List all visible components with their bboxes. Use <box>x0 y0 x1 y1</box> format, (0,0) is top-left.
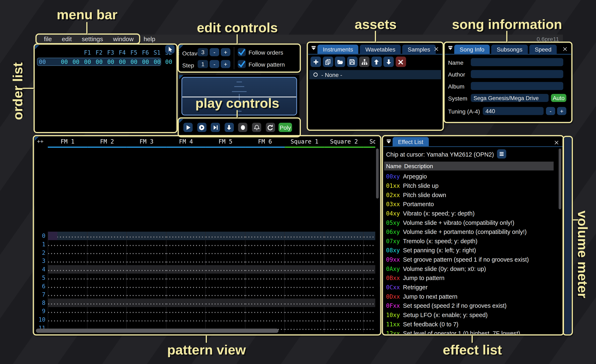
effect-row[interactable]: 01xx Pitch slide up <box>386 181 555 190</box>
poly-button[interactable]: Poly <box>279 123 292 132</box>
effect-list-tab[interactable]: Effect List <box>393 137 429 146</box>
album-field[interactable] <box>471 82 563 90</box>
author-field[interactable] <box>471 70 563 78</box>
delete-x-icon[interactable] <box>395 57 406 67</box>
pattern-channel-header[interactable]: FM 1 <box>48 137 87 148</box>
order-cell[interactable]: 00 <box>61 58 68 65</box>
close-icon[interactable] <box>562 46 568 52</box>
effect-row[interactable]: 10xy Setup LFO (x: enable; y: speed) <box>386 310 555 320</box>
follow-orders-checkbox[interactable] <box>238 48 246 56</box>
order-cell[interactable]: 00 <box>154 58 161 65</box>
open-folder-icon[interactable] <box>335 57 345 67</box>
save-icon[interactable] <box>347 57 357 67</box>
pattern-row[interactable]: 4 <box>35 265 375 274</box>
pattern-channel-header[interactable]: FM 5 <box>206 137 245 148</box>
menu-item[interactable]: window <box>108 36 139 43</box>
effect-row[interactable]: 06xy Volume slide + portamento (compatib… <box>386 227 555 237</box>
order-cell[interactable]: 00 <box>130 58 137 65</box>
step-row-icon[interactable] <box>211 123 220 132</box>
effect-row[interactable]: 0Dxx Jump to next pattern <box>386 292 555 301</box>
effect-table-header[interactable]: Name Description <box>384 161 554 170</box>
menu-item[interactable]: help <box>139 36 160 43</box>
assets-tab[interactable]: Wavetables <box>360 45 401 54</box>
order-cell[interactable]: 00 <box>119 58 126 65</box>
pattern-row[interactable]: 2 <box>35 248 375 257</box>
effect-row[interactable]: 12xx Set level of operator 1 (0 highest,… <box>386 329 555 334</box>
assets-tab[interactable]: Samples <box>402 45 436 54</box>
instrument-list-item[interactable]: - None - <box>309 70 441 80</box>
collapse-window-icon[interactable] <box>311 45 317 51</box>
assets-tab[interactable]: Instruments <box>317 45 358 54</box>
song-info-tab[interactable]: Speed <box>529 45 557 54</box>
pattern-row[interactable]: 6 <box>35 282 375 290</box>
follow-pattern-checkbox[interactable] <box>238 60 246 68</box>
effect-row[interactable]: 09xx Set groove pattern (speed 1 if no g… <box>386 255 555 264</box>
pattern-vertical-scrollbar[interactable] <box>376 148 379 198</box>
tuning-decrease-button[interactable]: - <box>546 107 555 115</box>
pattern-row[interactable]: 1 <box>35 240 375 249</box>
octave-value[interactable]: 3 <box>198 48 208 56</box>
tuning-field[interactable]: 440 <box>483 107 544 115</box>
pattern-row[interactable]: 7 <box>35 290 375 299</box>
collapse-window-icon[interactable] <box>386 138 392 145</box>
song-info-tab[interactable]: Song Info <box>454 45 490 54</box>
auto-system-button[interactable]: Auto <box>551 94 566 102</box>
pattern-expand-button[interactable]: ++ <box>37 138 44 144</box>
order-cell[interactable]: 00 <box>107 58 114 65</box>
menu-item[interactable]: file <box>39 36 57 43</box>
effect-row[interactable]: 0Bxx Jump to pattern <box>386 274 555 283</box>
arrow-up-icon[interactable] <box>371 57 382 67</box>
order-cell[interactable]: 00 <box>142 58 149 65</box>
arrow-down-icon[interactable] <box>383 57 394 67</box>
pattern-channel-header[interactable]: FM 3 <box>127 137 166 148</box>
effect-row[interactable]: 08xy Set panning (x: left; y: right) <box>386 246 555 255</box>
octave-decrease-button[interactable]: - <box>210 48 219 56</box>
effect-row[interactable]: 04xy Vibrato (x: speed; y: depth) <box>386 209 555 218</box>
record-icon[interactable] <box>238 123 247 132</box>
pattern-channel-header[interactable]: FM 4 <box>166 137 206 148</box>
tuning-increase-button[interactable]: + <box>557 107 566 115</box>
pattern-row[interactable]: 5 <box>35 274 375 282</box>
order-row-selected[interactable]: 00 00 00 00 00 00 00 00 00 00 00 <box>37 58 161 66</box>
arrow-down-icon[interactable] <box>224 123 234 132</box>
effect-row[interactable]: 00xy Arpeggio <box>386 172 555 181</box>
effect-row[interactable]: 05xy Volume slide + vibrato (compatibili… <box>386 218 555 227</box>
pattern-channel-header[interactable]: Square 3 <box>364 137 375 148</box>
pattern-horizontal-scrollbar[interactable] <box>36 329 279 333</box>
effect-row[interactable]: 0Fxx Set speed (speed 2 if no grooves ex… <box>386 301 555 311</box>
tree-icon[interactable] <box>359 57 369 67</box>
order-cell[interactable]: 00 <box>72 58 80 65</box>
order-cell[interactable]: 00 <box>84 58 91 65</box>
pattern-row[interactable]: 8 <box>35 299 375 307</box>
effect-row[interactable]: 11xx Set feedback (0 to 7) <box>386 320 555 329</box>
name-field[interactable] <box>471 58 563 66</box>
menu-item[interactable]: settings <box>77 36 108 43</box>
plus-icon[interactable] <box>311 57 321 67</box>
order-cell[interactable]: 00 <box>165 58 172 65</box>
pattern-row[interactable]: 3 <box>35 257 375 265</box>
effect-row[interactable]: 03xx Portamento <box>386 200 555 209</box>
menu-item[interactable]: edit <box>57 36 77 43</box>
close-icon[interactable] <box>554 140 559 146</box>
play-icon[interactable] <box>183 123 193 132</box>
close-icon[interactable] <box>433 46 439 52</box>
effect-list-scrollbar[interactable] <box>559 148 561 209</box>
pattern-row[interactable]: 10 <box>35 316 375 324</box>
effect-row[interactable]: 0Axy Volume slide (0y: down; x0: up) <box>386 264 555 274</box>
pattern-row[interactable]: 0 <box>35 232 375 240</box>
song-info-tab[interactable]: Subsongs <box>491 45 528 54</box>
order-cell[interactable]: 00 <box>96 58 103 65</box>
effect-row[interactable]: 07xy Tremolo (x: speed; y: depth) <box>386 237 555 246</box>
effect-row[interactable]: 0Cxx Retrigger <box>386 283 555 292</box>
effect-list-menu-button[interactable] <box>497 149 507 159</box>
collapse-window-icon[interactable] <box>447 45 454 51</box>
duplicate-icon[interactable] <box>323 57 333 67</box>
repeat-icon[interactable] <box>266 123 275 132</box>
octave-increase-button[interactable]: + <box>221 48 231 56</box>
cursor-icon[interactable] <box>165 45 175 54</box>
play-circle-icon[interactable] <box>197 123 206 132</box>
effect-row[interactable]: 02xx Pitch slide down <box>386 190 555 200</box>
system-field[interactable]: Sega Genesis/Mega Drive <box>471 94 549 102</box>
step-decrease-button[interactable]: - <box>210 60 219 68</box>
pattern-channel-header[interactable]: Square 2 <box>324 137 364 148</box>
